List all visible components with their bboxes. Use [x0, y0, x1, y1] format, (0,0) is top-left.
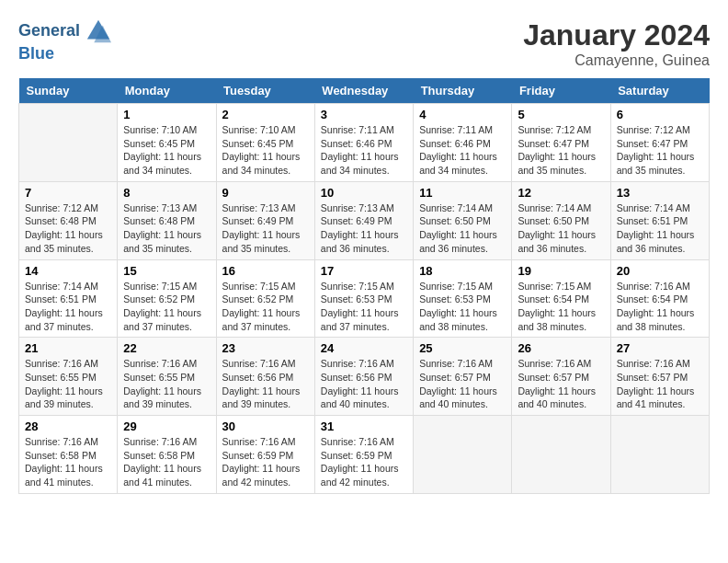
calendar-week-4: 21Sunrise: 7:16 AMSunset: 6:55 PMDayligh… — [19, 338, 710, 416]
day-info: Sunrise: 7:12 AMSunset: 6:47 PMDaylight:… — [617, 123, 703, 178]
day-number: 30 — [222, 419, 309, 433]
day-info: Sunrise: 7:15 AMSunset: 6:54 PMDaylight:… — [518, 280, 604, 334]
location: Camayenne, Guinea — [523, 52, 710, 69]
day-number: 17 — [321, 264, 407, 278]
column-header-monday: Monday — [118, 78, 216, 104]
day-info: Sunrise: 7:15 AMSunset: 6:53 PMDaylight:… — [419, 280, 506, 334]
day-number: 31 — [321, 419, 407, 433]
calendar-table: SundayMondayTuesdayWednesdayThursdayFrid… — [18, 78, 710, 494]
day-number: 15 — [123, 264, 210, 278]
page-header: General Blue January 2024 Camayenne, Gui… — [18, 18, 710, 69]
calendar-day-22: 22Sunrise: 7:16 AMSunset: 6:55 PMDayligh… — [118, 338, 216, 416]
day-info: Sunrise: 7:12 AMSunset: 6:48 PMDaylight:… — [25, 201, 111, 256]
day-number: 6 — [617, 108, 703, 121]
day-number: 12 — [518, 186, 604, 200]
day-info: Sunrise: 7:10 AMSunset: 6:45 PMDaylight:… — [123, 123, 210, 178]
day-number: 23 — [222, 341, 309, 355]
day-info: Sunrise: 7:14 AMSunset: 6:50 PMDaylight:… — [518, 201, 604, 256]
calendar-day-29: 29Sunrise: 7:16 AMSunset: 6:58 PMDayligh… — [118, 416, 216, 494]
day-info: Sunrise: 7:16 AMSunset: 6:59 PMDaylight:… — [321, 435, 407, 489]
calendar-day-25: 25Sunrise: 7:16 AMSunset: 6:57 PMDayligh… — [414, 338, 512, 416]
title-block: January 2024 Camayenne, Guinea — [523, 18, 710, 69]
day-info: Sunrise: 7:10 AMSunset: 6:45 PMDaylight:… — [222, 123, 309, 178]
calendar-day-1: 1Sunrise: 7:10 AMSunset: 6:45 PMDaylight… — [118, 104, 216, 182]
day-number: 27 — [617, 341, 703, 355]
month-year: January 2024 — [523, 18, 710, 52]
calendar-day-7: 7Sunrise: 7:12 AMSunset: 6:48 PMDaylight… — [19, 181, 118, 259]
day-number: 21 — [25, 341, 111, 355]
day-number: 7 — [25, 186, 111, 200]
calendar-week-3: 14Sunrise: 7:14 AMSunset: 6:51 PMDayligh… — [19, 259, 710, 338]
calendar-day-30: 30Sunrise: 7:16 AMSunset: 6:59 PMDayligh… — [216, 416, 314, 494]
day-info: Sunrise: 7:11 AMSunset: 6:46 PMDaylight:… — [321, 123, 407, 178]
empty-day — [610, 416, 709, 494]
day-number: 1 — [123, 108, 210, 121]
calendar-day-19: 19Sunrise: 7:15 AMSunset: 6:54 PMDayligh… — [512, 259, 610, 338]
logo-text: General — [18, 21, 80, 41]
empty-day — [414, 416, 512, 494]
day-number: 18 — [419, 264, 506, 278]
calendar-day-8: 8Sunrise: 7:13 AMSunset: 6:48 PMDaylight… — [118, 181, 216, 259]
calendar-day-17: 17Sunrise: 7:15 AMSunset: 6:53 PMDayligh… — [314, 259, 413, 338]
day-info: Sunrise: 7:16 AMSunset: 6:57 PMDaylight:… — [617, 357, 703, 411]
day-number: 26 — [518, 341, 604, 355]
calendar-day-6: 6Sunrise: 7:12 AMSunset: 6:47 PMDaylight… — [610, 104, 709, 182]
column-header-tuesday: Tuesday — [216, 78, 314, 104]
column-header-saturday: Saturday — [610, 78, 709, 104]
day-number: 16 — [222, 264, 309, 278]
calendar-week-5: 28Sunrise: 7:16 AMSunset: 6:58 PMDayligh… — [19, 416, 710, 494]
day-number: 29 — [123, 419, 210, 433]
column-header-friday: Friday — [512, 78, 610, 104]
calendar-day-2: 2Sunrise: 7:10 AMSunset: 6:45 PMDaylight… — [216, 104, 314, 182]
day-number: 20 — [617, 264, 703, 278]
calendar-day-23: 23Sunrise: 7:16 AMSunset: 6:56 PMDayligh… — [216, 338, 314, 416]
day-info: Sunrise: 7:16 AMSunset: 6:57 PMDaylight:… — [518, 357, 604, 411]
calendar-day-15: 15Sunrise: 7:15 AMSunset: 6:52 PMDayligh… — [118, 259, 216, 338]
day-info: Sunrise: 7:16 AMSunset: 6:58 PMDaylight:… — [25, 435, 111, 489]
calendar-day-18: 18Sunrise: 7:15 AMSunset: 6:53 PMDayligh… — [414, 259, 512, 338]
day-number: 8 — [123, 186, 210, 200]
day-info: Sunrise: 7:13 AMSunset: 6:48 PMDaylight:… — [123, 201, 210, 256]
calendar-day-13: 13Sunrise: 7:14 AMSunset: 6:51 PMDayligh… — [610, 181, 709, 259]
day-info: Sunrise: 7:16 AMSunset: 6:59 PMDaylight:… — [222, 435, 309, 489]
day-number: 14 — [25, 264, 111, 278]
logo-icon — [85, 18, 111, 44]
calendar-day-31: 31Sunrise: 7:16 AMSunset: 6:59 PMDayligh… — [314, 416, 413, 494]
calendar-week-2: 7Sunrise: 7:12 AMSunset: 6:48 PMDaylight… — [19, 181, 710, 259]
day-info: Sunrise: 7:16 AMSunset: 6:58 PMDaylight:… — [123, 435, 210, 489]
calendar-day-28: 28Sunrise: 7:16 AMSunset: 6:58 PMDayligh… — [19, 416, 118, 494]
calendar-day-9: 9Sunrise: 7:13 AMSunset: 6:49 PMDaylight… — [216, 181, 314, 259]
day-info: Sunrise: 7:11 AMSunset: 6:46 PMDaylight:… — [419, 123, 506, 178]
calendar-day-11: 11Sunrise: 7:14 AMSunset: 6:50 PMDayligh… — [414, 181, 512, 259]
day-number: 25 — [419, 341, 506, 355]
day-info: Sunrise: 7:14 AMSunset: 6:51 PMDaylight:… — [617, 201, 703, 256]
calendar-day-27: 27Sunrise: 7:16 AMSunset: 6:57 PMDayligh… — [610, 338, 709, 416]
day-info: Sunrise: 7:16 AMSunset: 6:56 PMDaylight:… — [222, 357, 309, 411]
day-info: Sunrise: 7:15 AMSunset: 6:53 PMDaylight:… — [321, 280, 407, 334]
day-number: 9 — [222, 186, 309, 200]
day-info: Sunrise: 7:13 AMSunset: 6:49 PMDaylight:… — [321, 201, 407, 256]
day-info: Sunrise: 7:13 AMSunset: 6:49 PMDaylight:… — [222, 201, 309, 256]
calendar-week-1: 1Sunrise: 7:10 AMSunset: 6:45 PMDaylight… — [19, 104, 710, 182]
calendar-day-4: 4Sunrise: 7:11 AMSunset: 6:46 PMDaylight… — [414, 104, 512, 182]
calendar-day-24: 24Sunrise: 7:16 AMSunset: 6:56 PMDayligh… — [314, 338, 413, 416]
calendar-day-26: 26Sunrise: 7:16 AMSunset: 6:57 PMDayligh… — [512, 338, 610, 416]
day-info: Sunrise: 7:16 AMSunset: 6:57 PMDaylight:… — [419, 357, 506, 411]
day-info: Sunrise: 7:16 AMSunset: 6:55 PMDaylight:… — [25, 357, 111, 411]
calendar-header-row: SundayMondayTuesdayWednesdayThursdayFrid… — [19, 78, 710, 104]
calendar-day-12: 12Sunrise: 7:14 AMSunset: 6:50 PMDayligh… — [512, 181, 610, 259]
calendar-day-20: 20Sunrise: 7:16 AMSunset: 6:54 PMDayligh… — [610, 259, 709, 338]
day-number: 3 — [321, 108, 407, 121]
calendar-day-3: 3Sunrise: 7:11 AMSunset: 6:46 PMDaylight… — [314, 104, 413, 182]
logo: General Blue — [18, 18, 111, 64]
column-header-wednesday: Wednesday — [314, 78, 413, 104]
day-info: Sunrise: 7:14 AMSunset: 6:51 PMDaylight:… — [25, 280, 111, 334]
day-info: Sunrise: 7:16 AMSunset: 6:54 PMDaylight:… — [617, 280, 703, 334]
day-info: Sunrise: 7:15 AMSunset: 6:52 PMDaylight:… — [123, 280, 210, 334]
calendar-day-16: 16Sunrise: 7:15 AMSunset: 6:52 PMDayligh… — [216, 259, 314, 338]
day-number: 4 — [419, 108, 506, 121]
column-header-thursday: Thursday — [414, 78, 512, 104]
day-number: 22 — [123, 341, 210, 355]
calendar-day-10: 10Sunrise: 7:13 AMSunset: 6:49 PMDayligh… — [314, 181, 413, 259]
column-header-sunday: Sunday — [19, 78, 118, 104]
